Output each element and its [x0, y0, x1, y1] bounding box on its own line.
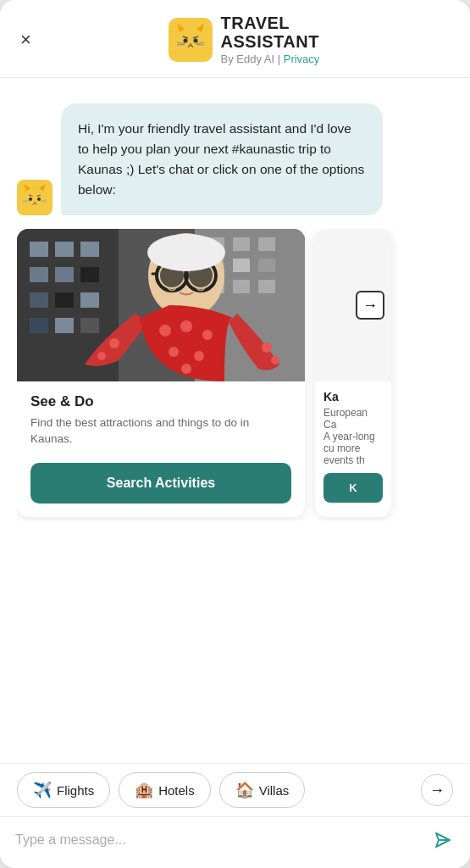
- hotels-button[interactable]: 🏨 Hotels: [119, 772, 211, 808]
- villas-label: Villas: [259, 783, 290, 798]
- svg-point-25: [34, 202, 36, 203]
- card-partial-button[interactable]: K: [323, 473, 383, 503]
- svg-rect-56: [233, 280, 250, 293]
- logo-icon: [169, 18, 213, 62]
- arrow-right-icon: →: [362, 297, 378, 314]
- svg-point-73: [169, 347, 179, 357]
- flights-button[interactable]: ✈️ Flights: [17, 772, 110, 808]
- svg-point-24: [37, 198, 41, 201]
- quick-actions-next-button[interactable]: →: [421, 774, 453, 806]
- header-subtitle: By Eddy AI | Privacy: [221, 53, 320, 65]
- svg-point-75: [181, 364, 191, 374]
- svg-rect-57: [258, 280, 275, 293]
- close-button[interactable]: ×: [17, 27, 35, 53]
- bot-message-bubble: Hi, I'm your friendly travel assistant a…: [61, 103, 383, 215]
- quick-actions-bar: ✈️ Flights 🏨 Hotels 🏠 Villas →: [0, 763, 470, 816]
- svg-point-67: [97, 352, 106, 360]
- svg-point-70: [159, 325, 171, 337]
- chat-container: ×: [0, 0, 470, 868]
- search-activities-button[interactable]: Search Activities: [30, 463, 291, 504]
- header-title: TRAVELASSISTANT: [221, 14, 319, 51]
- svg-line-14: [196, 44, 204, 45]
- svg-rect-53: [233, 259, 250, 272]
- svg-line-12: [177, 44, 185, 45]
- header-text: TRAVELASSISTANT By Eddy AI | Privacy: [221, 14, 320, 65]
- svg-rect-39: [30, 267, 48, 282]
- card-partial-body: Ka European Ca A year-long cu more event…: [315, 381, 391, 511]
- svg-point-69: [271, 356, 279, 364]
- card-european-capital: → Ka European Ca A year-long cu more eve…: [315, 229, 391, 517]
- svg-rect-46: [55, 318, 74, 333]
- bot-message-text: Hi, I'm your friendly travel assistant a…: [78, 121, 364, 197]
- send-button[interactable]: [429, 827, 455, 853]
- header-center: TRAVELASSISTANT By Eddy AI | Privacy: [35, 14, 453, 65]
- villas-icon: 🏠: [235, 781, 254, 799]
- card-title-see-do: See & Do: [30, 393, 291, 410]
- svg-point-72: [202, 330, 213, 340]
- arrow-next-icon: →: [429, 782, 445, 799]
- svg-point-23: [29, 198, 32, 201]
- svg-point-6: [183, 38, 187, 42]
- hotels-label: Hotels: [158, 783, 195, 798]
- card-partial-subtitle: European Ca A year-long cu more events t…: [323, 407, 383, 466]
- bot-avatar: [17, 180, 53, 215]
- card-desc-see-do: Find the best attractions and things to …: [30, 415, 291, 448]
- flights-label: Flights: [57, 783, 94, 798]
- svg-point-8: [189, 43, 191, 45]
- message-input[interactable]: [15, 829, 421, 851]
- card-partial-title: Ka: [323, 390, 383, 403]
- svg-point-71: [180, 320, 192, 332]
- svg-point-18: [25, 192, 44, 209]
- svg-rect-50: [233, 237, 250, 251]
- svg-point-74: [194, 351, 204, 361]
- svg-point-68: [262, 342, 272, 353]
- chat-area: Hi, I'm your friendly travel assistant a…: [0, 78, 470, 763]
- cards-row: See & Do Find the best attractions and t…: [17, 229, 453, 520]
- svg-rect-36: [30, 242, 48, 257]
- header: ×: [0, 0, 470, 78]
- input-area: [0, 816, 470, 868]
- svg-rect-45: [30, 318, 48, 333]
- card-arrow-button[interactable]: →: [356, 291, 384, 320]
- hotels-icon: 🏨: [135, 781, 153, 799]
- svg-rect-47: [80, 318, 99, 333]
- card-body-see-do: See & Do Find the best attractions and t…: [17, 381, 305, 517]
- svg-rect-41: [80, 267, 99, 282]
- villas-button[interactable]: 🏠 Villas: [219, 772, 306, 808]
- svg-rect-38: [80, 242, 99, 257]
- card-image-see-do: [17, 229, 305, 381]
- card-partial-image: →: [315, 229, 391, 381]
- svg-point-1: [179, 31, 202, 52]
- bot-row: Hi, I'm your friendly travel assistant a…: [17, 103, 453, 215]
- svg-rect-42: [30, 292, 48, 308]
- svg-rect-54: [258, 259, 275, 272]
- card-see-do: See & Do Find the best attractions and t…: [17, 229, 305, 517]
- svg-rect-37: [55, 242, 74, 257]
- svg-rect-51: [258, 237, 275, 251]
- send-icon: [433, 831, 451, 849]
- svg-point-7: [193, 38, 197, 42]
- svg-rect-44: [80, 292, 99, 308]
- flights-icon: ✈️: [33, 781, 52, 799]
- svg-point-66: [109, 338, 119, 348]
- svg-rect-43: [55, 292, 74, 308]
- svg-point-65: [147, 234, 225, 271]
- privacy-link[interactable]: Privacy: [284, 53, 320, 65]
- svg-rect-40: [55, 267, 74, 282]
- card-image-svg: [17, 229, 305, 381]
